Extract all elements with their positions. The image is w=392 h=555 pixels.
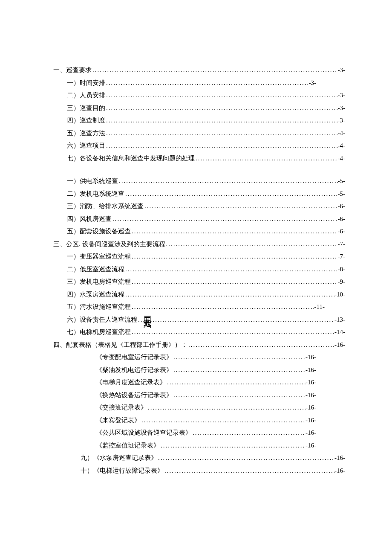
- toc-leader-dots: [105, 103, 338, 114]
- toc-entry: 一）供电系统巡查-5-: [53, 176, 345, 187]
- toc-leader-dots: [192, 427, 306, 439]
- toc-entry-label: 六）巡查项目: [67, 140, 105, 151]
- toc-entry-label: 二）发机电系统巡查: [67, 189, 124, 200]
- toc-entry: 《电梯月度巡查记录表》-16-: [53, 377, 345, 388]
- toc-entry-page: -16-: [306, 440, 316, 451]
- toc-entry-label: 一）供电系统巡查: [67, 176, 118, 187]
- toc-entry-page: -9-: [338, 276, 346, 288]
- toc-leader-dots: [157, 453, 334, 464]
- toc-leader-dots: [164, 465, 334, 477]
- toc-entry-label: 三、公区. 设备间巡查涉及到的主要流程: [53, 239, 165, 250]
- toc-entry: 《公共区域设施设备巡查记录表》-16-: [53, 427, 345, 439]
- toc-entry: 一）变压器室巡查流程-7-: [53, 251, 345, 262]
- toc-entry-page: -13-: [334, 314, 345, 325]
- toc-leader-dots: [105, 90, 338, 101]
- toc-entry-label: 《换热站设备运行记录表》: [96, 390, 173, 401]
- toc-entry: 《来宾登记表》-16-: [53, 415, 345, 426]
- toc-entry-label: 一）变压器室巡查流程: [67, 251, 131, 262]
- toc-entry: 三）巡查目的-3-: [53, 103, 345, 114]
- toc-entry-page: -16-: [334, 340, 345, 351]
- toc-leader-dots: [173, 365, 306, 376]
- toc-entry-label: 四）水泵房巡查流程: [67, 289, 124, 300]
- toc-entry: 《专变配电室运行记录表》-16-: [53, 352, 345, 363]
- toc-entry: 十）《电梯运行故障记录表》-16-: [53, 465, 345, 477]
- toc-entry-page: -16-: [334, 465, 345, 477]
- toc-entry-label: 四、配套表格（表格见《工程部工作手册》）：: [53, 340, 187, 351]
- toc-entry-page: -11-: [314, 302, 325, 313]
- toc-leader-dots: [131, 302, 314, 313]
- toc-entry-page: -7-: [338, 251, 346, 262]
- toc-entry-page: -16-: [306, 415, 316, 426]
- toc-leader-dots: [118, 176, 338, 187]
- toc-leader-dots: [187, 340, 334, 351]
- toc-entry-label: 一、巡查要求: [53, 65, 92, 76]
- toc-entry: 三）消防、给排水系统巡查-6-: [53, 201, 345, 212]
- toc-entry-page: -16-: [306, 402, 316, 413]
- toc-entry: 《交接班记录表》-16-: [53, 402, 345, 413]
- toc-leader-dots: [92, 65, 338, 76]
- toc-entry-page: -10-: [334, 289, 345, 300]
- toc-leader-dots: [160, 440, 306, 451]
- toc-entry-label: 三）巡查目的: [67, 103, 105, 114]
- toc-entry-page: -4-: [338, 153, 346, 164]
- toc-leader-dots: [112, 214, 338, 225]
- toc-leader-dots: [131, 251, 338, 262]
- toc-entry-page: -6-: [338, 214, 346, 225]
- toc-leader-dots: [105, 140, 338, 151]
- toc-entry-page: -3-: [338, 90, 346, 101]
- toc-entry-page: -5-: [338, 189, 346, 200]
- toc-entry: 四）水泵房巡查流程-10-: [53, 289, 345, 300]
- toc-entry-page: -3-: [338, 103, 346, 114]
- toc-entry-label: 二）人员安排: [67, 90, 105, 101]
- toc-entry-page: -5-: [338, 176, 346, 187]
- toc-entry-page: -4-: [338, 140, 346, 151]
- toc-entry-label: 五）巡查方法: [67, 128, 105, 139]
- toc-entry: 五）配套设施设备巡查-6-: [53, 226, 345, 237]
- toc-entry: 二）低压室巡查流程-8-: [53, 264, 345, 275]
- toc-entry-label: 七）各设备相关信息和巡查中发现问题的处理: [67, 153, 195, 164]
- toc-entry-label: 一）时间安排: [67, 78, 105, 89]
- toc-entry-label: 五）配套设施设备巡查: [67, 226, 131, 237]
- toc-entry-label: 《来宾登记表》: [96, 415, 141, 426]
- toc-entry: 二）人员安排-3-: [53, 90, 345, 101]
- toc-leader-dots: [131, 276, 338, 288]
- toc-entry-page: -3-: [338, 65, 346, 76]
- toc-entry-page: -6-: [338, 226, 346, 237]
- toc-entry: 七）各设备相关信息和巡查中发现问题的处理-4-: [53, 153, 345, 164]
- toc-entry: 二）发机电系统巡查-5-: [53, 189, 345, 200]
- toc-entry: 三、公区. 设备间巡查涉及到的主要流程-7-: [53, 239, 345, 250]
- toc-leader-dots: [137, 314, 334, 325]
- toc-entry: 五）巡查方法-4-: [53, 128, 345, 139]
- toc-entry-page: -3-: [309, 78, 317, 89]
- toc-entry-page: -16-: [306, 365, 316, 376]
- toc-leader-dots: [105, 78, 309, 89]
- toc-leader-dots: [105, 115, 338, 126]
- toc-entry: 《换热站设备运行记录表》-16-: [53, 390, 345, 401]
- toc-entry-page: -14-: [334, 327, 345, 338]
- toc-entry-page: -16-: [306, 390, 316, 401]
- toc-entry: 五）污水设施巡查流程-11-: [53, 302, 345, 313]
- toc-entry-label: 四）风机房巡查: [67, 214, 112, 225]
- toc-leader-dots: [131, 327, 334, 338]
- toc-entry-label: 七）电梯机房巡查流程: [67, 327, 131, 338]
- toc-leader-dots: [165, 239, 338, 250]
- toc-entry-page: -6-: [338, 201, 346, 212]
- toc-leader-dots: [124, 264, 338, 275]
- toc-leader-dots: [131, 226, 338, 237]
- toc-leader-dots: [105, 128, 338, 139]
- toc-entry: 四）风机房巡查-6-: [53, 214, 345, 225]
- toc-entry-label: 五）污水设施巡查流程: [67, 302, 131, 313]
- toc-entry-label: 九）《水泵房巡查记录表》: [81, 453, 157, 464]
- toc-leader-dots: [124, 289, 334, 300]
- toc-entry-label: 《监控室值班记录表》: [96, 440, 160, 451]
- blank-line: [53, 166, 345, 176]
- toc-entry: 四）巡查制度-3-: [53, 115, 345, 126]
- toc-entry-page: -7-: [338, 239, 346, 250]
- toc-entry-page: -8-: [338, 264, 346, 275]
- toc-entry: 六）巡查项目-4-: [53, 140, 345, 151]
- toc-entry-label: 三）发机电房巡查流程: [67, 276, 131, 288]
- toc-entry-label: 十）《电梯运行故障记录表》: [81, 465, 164, 477]
- toc-entry: 六）设备责任人巡查流程-13-: [53, 314, 345, 325]
- toc-entry-page: -16-: [334, 453, 345, 464]
- toc-entry-label: 六）设备责任人巡查流程: [67, 314, 137, 325]
